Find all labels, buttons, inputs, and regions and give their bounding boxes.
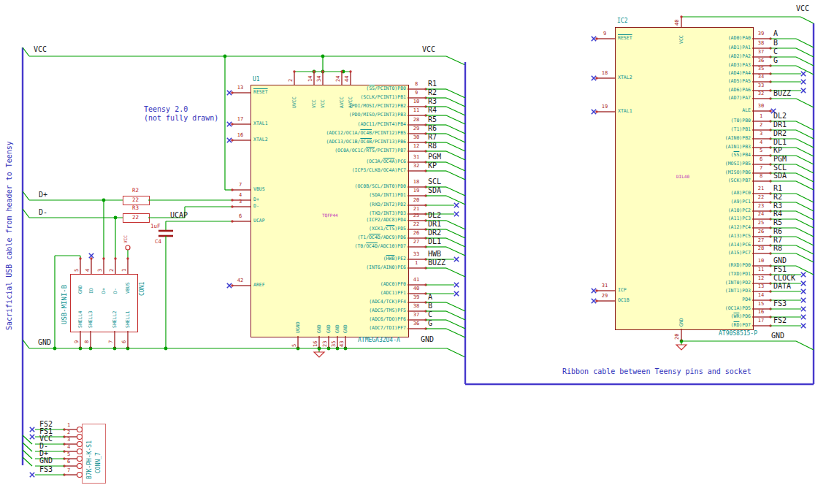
- pin-number: 12: [752, 276, 770, 281]
- pin-end-dot: [231, 284, 233, 286]
- pin-number: 8: [408, 82, 425, 87]
- pin-number: 11: [408, 108, 425, 113]
- pin-name: AREF: [253, 283, 265, 288]
- wire: [796, 156, 814, 164]
- no-connect-icon: [592, 110, 596, 114]
- net-label: R6: [773, 228, 782, 235]
- net-label: DL2: [773, 112, 787, 120]
- pin-name: (ADC12/OC1A/OC4B/PCINT12)PB5: [297, 131, 406, 136]
- no-connect-icon: [227, 91, 232, 95]
- net-label: DR1: [428, 221, 441, 228]
- no-connect-icon: [592, 76, 596, 80]
- wire: [23, 457, 32, 466]
- note-teensy-2: (not fully drawn): [144, 115, 218, 122]
- wire: [446, 320, 465, 329]
- pin-end-dot: [102, 257, 104, 259]
- pin-name: (MISO)PB6: [641, 170, 751, 175]
- net-label-ucap: UCAP: [170, 212, 188, 219]
- conn7-value: B7K-PH-K-S1: [87, 440, 93, 479]
- pin-name: (INT1)PD3: [641, 289, 751, 294]
- pin-name: RESET: [253, 90, 268, 95]
- pin-number: 16: [231, 133, 250, 138]
- pin-number: 4: [85, 269, 91, 272]
- pin-name: (A12)PC4: [641, 225, 751, 230]
- pin-name: D-: [113, 288, 118, 294]
- no-connect-icon: [801, 72, 806, 76]
- pin-number: 21: [408, 207, 425, 212]
- wire: [446, 151, 465, 160]
- junction-dot: [336, 347, 340, 351]
- pin-name: (T0)PB0: [641, 118, 751, 123]
- net-label-vcc: VCC: [422, 46, 435, 53]
- net-label: FS3: [39, 466, 53, 473]
- no-connect-icon: [227, 283, 232, 288]
- pin-number: 25: [408, 213, 425, 218]
- net-label: SDA: [428, 187, 441, 194]
- pin-name: (RD)PD7: [641, 323, 751, 328]
- pin-number: 1: [408, 261, 425, 266]
- pin-number: 39: [408, 295, 425, 300]
- net-label: DR2: [428, 229, 441, 237]
- pin-number: 38: [752, 41, 770, 46]
- pin-number: 37: [752, 50, 770, 55]
- pin-number: 13: [231, 85, 250, 91]
- wire: [23, 443, 32, 451]
- pin-name: OC1B: [618, 298, 630, 303]
- u1-value: ATMEGA32U4-A: [358, 337, 400, 343]
- pin-name: (ADC11/PCINT4)PB4: [297, 122, 406, 127]
- no-connect-icon: [801, 324, 806, 328]
- net-label: SDA: [773, 172, 787, 180]
- wire: [446, 247, 465, 256]
- net-label: BUZZ: [428, 259, 445, 267]
- wire: [796, 237, 814, 245]
- pin-number: 5: [292, 344, 297, 347]
- no-connect-icon: [801, 88, 806, 93]
- pin-name: (HWB)PE2: [297, 256, 406, 261]
- pin-name: (AD1)PA1: [641, 45, 751, 50]
- pin-number: 4: [752, 140, 770, 145]
- net-label: CLOCK: [773, 275, 795, 282]
- junction-dot: [113, 347, 117, 351]
- junction-dot: [318, 347, 321, 351]
- wire: [796, 341, 814, 350]
- pin-number: 17: [231, 117, 250, 122]
- pin-name: SHELL2: [112, 311, 118, 328]
- wire: [796, 211, 814, 220]
- pin-end-dot: [90, 257, 92, 259]
- pin-name: (PDI/MOSI/PCINT2)PB2: [297, 104, 406, 109]
- pin-end-dot: [126, 257, 129, 259]
- wire: [446, 134, 465, 142]
- pin-end-dot: [595, 110, 597, 112]
- pin-name: XTAL1: [253, 121, 268, 126]
- wire: [23, 435, 32, 444]
- connector-conn7-body[interactable]: [82, 424, 106, 484]
- pin-name: (ADC6/TDO)PF6: [297, 317, 406, 322]
- pin-name: (SCLK/PCINT1)PB1: [297, 95, 406, 100]
- wire: [446, 107, 465, 115]
- net-label: FS3: [773, 300, 787, 308]
- pin-number: 3: [98, 269, 103, 272]
- pin-number: 42: [231, 278, 250, 283]
- pin-end-dot: [321, 70, 324, 72]
- pin-number: 2: [752, 123, 770, 128]
- pin-end-dot: [231, 139, 233, 141]
- net-label: A: [428, 294, 432, 301]
- net-label: R8: [773, 245, 782, 252]
- net-label: DL2: [428, 212, 441, 219]
- pin-number: 20: [408, 198, 425, 203]
- no-connect-icon: [592, 299, 596, 303]
- no-connect-icon: [592, 299, 596, 303]
- no-connect-icon: [801, 80, 806, 84]
- schematic-sheet: Teensy 2.0 (not fully drawn) Sacrificial…: [0, 0, 826, 504]
- pin-name: (INT6/AIN0)PE6: [297, 265, 406, 270]
- no-connect-icon: [801, 289, 806, 294]
- net-label-gnd: GND: [421, 336, 434, 343]
- wire: [796, 48, 814, 57]
- pin-number: 10: [752, 259, 770, 264]
- pin-end-dot: [231, 188, 233, 191]
- pin-name: (OC0A/OC1C/RTS/PCINT7)PB7: [297, 148, 406, 153]
- pin-end-dot: [769, 37, 771, 39]
- pin-number: 8: [752, 174, 770, 179]
- wire: [23, 340, 29, 348]
- pin-end-dot: [340, 70, 343, 72]
